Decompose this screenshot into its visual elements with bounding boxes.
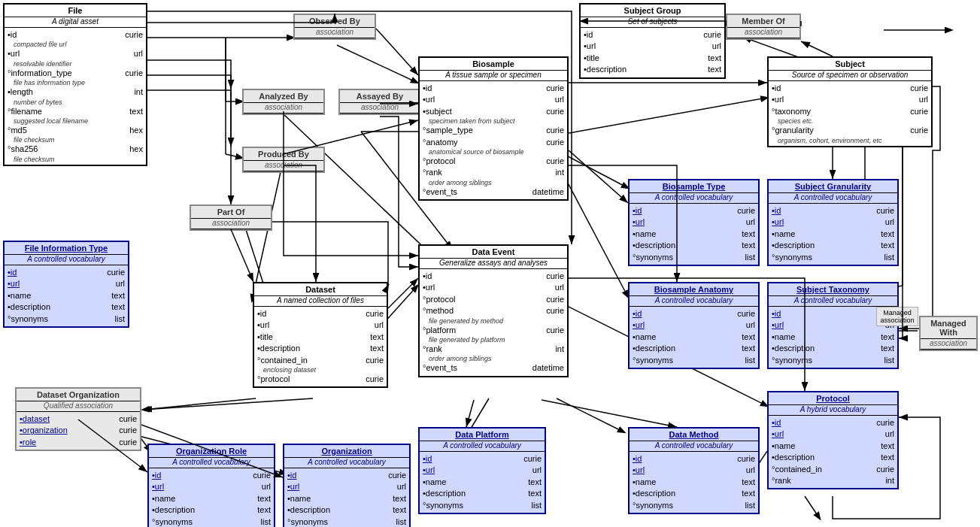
svg-line-4 [282, 113, 432, 256]
subject-group-subtitle: Set of subjects [581, 17, 724, 28]
biosample-body: •idcurie •urlurl •subjectcurie specimen … [420, 81, 567, 199]
assayed-by-subtitle: association [340, 103, 420, 114]
member-of-subtitle: association [727, 28, 799, 38]
produced-by-entity: Produced By association [242, 147, 325, 173]
dataset-org-title: Dataset Organization [17, 389, 140, 401]
subject-body: •idcurie •urlurl °taxonomycurie species … [769, 81, 931, 146]
protocol-body: •idcurie •urlurl •nametext •descriptiont… [769, 416, 897, 488]
dataset-org-entity: Dataset Organization Qualified associati… [15, 387, 141, 451]
data-platform-title: Data Platform [420, 429, 545, 441]
subject-title: Subject [769, 58, 931, 71]
data-event-entity: Data Event Generalize assays and analyse… [418, 244, 569, 377]
subject-group-title: Subject Group [581, 5, 724, 17]
dataset-subtitle: A named collection of files [254, 296, 387, 307]
data-event-title: Data Event [420, 246, 567, 259]
biosample-anatomy-entity: Biosample Anatomy A controlled vocabular… [628, 282, 760, 369]
observed-by-entity: Observed By association [293, 14, 376, 40]
organization-title: Organization [284, 445, 409, 458]
biosample-anatomy-title: Biosample Anatomy [630, 283, 758, 296]
svg-line-12 [143, 398, 256, 410]
managed-with-title: Managed With [921, 317, 976, 339]
file-body: •idcurie compacted file url •urlurl reso… [5, 28, 146, 165]
data-platform-body: •idcurie •urlurl •nametext •descriptiont… [420, 452, 545, 513]
organization-entity: Organization A controlled vocabulary •id… [283, 444, 411, 527]
produced-by-title: Produced By [244, 148, 323, 161]
subject-subtitle: Source of specimen or observation [769, 71, 931, 81]
biosample-type-entity: Biosample Type A controlled vocabulary •… [628, 179, 760, 266]
org-role-body: •idcurie •urlurl •nametext •descriptiont… [149, 468, 274, 527]
part-of-title: Part Of [191, 206, 271, 219]
dataset-body: •idcurie •urlurl •titletext •description… [254, 307, 387, 386]
protocol-title: Protocol [769, 392, 897, 405]
subject-granularity-body: •idcurie •urlurl •nametext •descriptiont… [769, 204, 897, 265]
data-method-entity: Data Method A controlled vocabulary •idc… [628, 427, 760, 514]
file-info-type-title: File Information Type [5, 242, 128, 255]
managed-association-entity: Managed association [876, 307, 918, 326]
svg-line-14 [557, 398, 624, 432]
biosample-anatomy-subtitle: A controlled vocabulary [630, 296, 758, 307]
data-platform-subtitle: A controlled vocabulary [420, 441, 545, 452]
data-event-subtitle: Generalize assays and analyses [420, 259, 567, 269]
subject-group-body: •idcurie •urlurl •titletext •description… [581, 28, 724, 77]
dataset-org-subtitle: Qualified association [17, 401, 140, 412]
file-subtitle: A digital asset [5, 17, 146, 28]
file-title: File [5, 5, 146, 17]
subject-granularity-subtitle: A controlled vocabulary [769, 193, 897, 204]
file-info-type-body: •idcurie •urlurl •nametext •descriptiont… [5, 265, 128, 326]
biosample-entity: Biosample A tissue sample or specimen •i… [418, 56, 569, 201]
analyzed-by-title: Analyzed By [244, 90, 323, 103]
protocol-subtitle: A hybrid vocabulary [769, 405, 897, 416]
diagram: File A digital asset •idcurie compacted … [0, 0, 980, 527]
svg-line-28 [805, 496, 820, 519]
svg-line-16 [557, 98, 767, 135]
observed-by-subtitle: association [295, 28, 375, 38]
member-of-entity: Member Of association [726, 14, 801, 40]
subject-granularity-title: Subject Granularity [769, 180, 897, 193]
managed-association-label: Managed association [880, 309, 914, 324]
dataset-org-body: •datasetcurie •organizationcurie •rolecu… [17, 412, 140, 450]
file-info-type-entity: File Information Type A controlled vocab… [3, 241, 129, 328]
svg-line-1 [337, 45, 417, 83]
org-role-entity: Organization Role A controlled vocabular… [147, 444, 275, 527]
data-event-body: •idcurie •urlurl °protocolcurie °methodc… [420, 269, 567, 376]
subject-taxonomy-subtitle: A controlled vocabulary [769, 296, 897, 307]
biosample-type-subtitle: A controlled vocabulary [630, 193, 758, 204]
managed-with-entity: Managed With association [919, 316, 978, 351]
biosample-subtitle: A tissue sample or specimen [420, 71, 567, 81]
assayed-by-entity: Assayed By association [338, 89, 421, 115]
subject-taxonomy-title: Subject Taxonomy [769, 283, 897, 296]
svg-line-9 [252, 165, 282, 301]
org-role-title: Organization Role [149, 445, 274, 458]
observed-by-title: Observed By [295, 15, 375, 28]
member-of-title: Member Of [727, 15, 799, 28]
biosample-title: Biosample [420, 58, 567, 71]
data-method-subtitle: A controlled vocabulary [630, 441, 758, 452]
data-platform-entity: Data Platform A controlled vocabulary •i… [418, 427, 546, 514]
analyzed-by-entity: Analyzed By association [242, 89, 325, 115]
protocol-entity: Protocol A hybrid vocabulary •idcurie •u… [767, 391, 899, 489]
part-of-entity: Part Of association [190, 204, 272, 231]
file-info-type-subtitle: A controlled vocabulary [5, 255, 128, 265]
subject-entity: Subject Source of specimen or observatio… [767, 56, 933, 147]
subject-granularity-entity: Subject Granularity A controlled vocabul… [767, 179, 899, 266]
biosample-type-body: •idcurie •urlurl •nametext •descriptiont… [630, 204, 758, 265]
file-entity: File A digital asset •idcurie compacted … [3, 3, 147, 166]
organization-subtitle: A controlled vocabulary [284, 458, 409, 468]
org-role-subtitle: A controlled vocabulary [149, 458, 274, 468]
subject-group-entity: Subject Group Set of subjects •idcurie •… [579, 3, 726, 79]
biosample-type-title: Biosample Type [630, 180, 758, 193]
data-method-title: Data Method [630, 429, 758, 441]
dataset-entity: Dataset A named collection of files •idc… [253, 282, 388, 388]
assayed-by-title: Assayed By [340, 90, 420, 103]
produced-by-subtitle: association [244, 161, 323, 171]
dataset-title: Dataset [254, 283, 387, 296]
svg-line-8 [226, 154, 242, 158]
part-of-subtitle: association [191, 219, 271, 229]
biosample-anatomy-body: •idcurie •urlurl •nametext •descriptiont… [630, 307, 758, 368]
organization-body: •idcurie •urlurl •nametext •descriptiont… [284, 468, 409, 527]
svg-line-11 [384, 286, 417, 323]
analyzed-by-subtitle: association [244, 103, 323, 114]
managed-with-subtitle: association [921, 339, 976, 350]
data-method-body: •idcurie •urlurl •nametext •descriptiont… [630, 452, 758, 513]
